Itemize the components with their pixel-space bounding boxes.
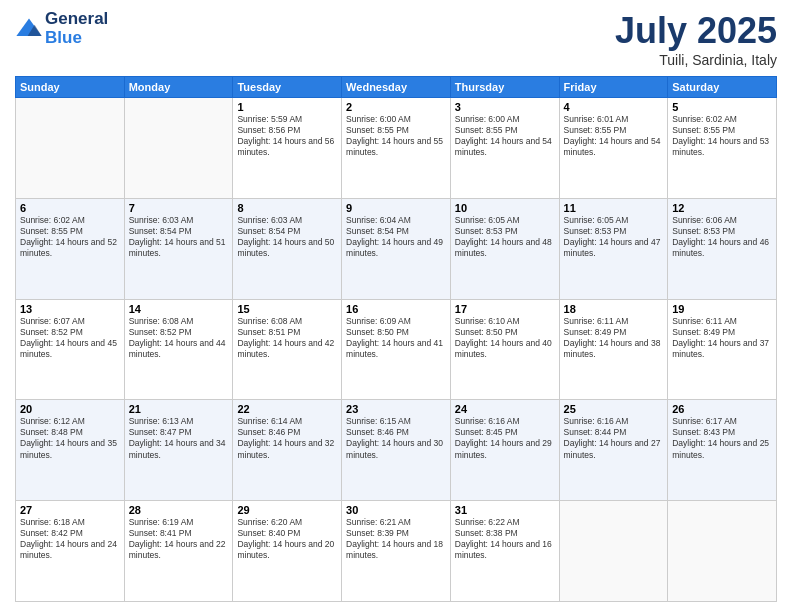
- calendar-header-row: SundayMondayTuesdayWednesdayThursdayFrid…: [16, 77, 777, 98]
- day-number: 20: [20, 403, 120, 415]
- calendar-cell: 4Sunrise: 6:01 AMSunset: 8:55 PMDaylight…: [559, 98, 668, 199]
- day-number: 15: [237, 303, 337, 315]
- calendar-header-sunday: Sunday: [16, 77, 125, 98]
- calendar-cell: 8Sunrise: 6:03 AMSunset: 8:54 PMDaylight…: [233, 198, 342, 299]
- cell-info: Sunrise: 6:02 AMSunset: 8:55 PMDaylight:…: [20, 215, 120, 259]
- day-number: 5: [672, 101, 772, 113]
- calendar-cell: 5Sunrise: 6:02 AMSunset: 8:55 PMDaylight…: [668, 98, 777, 199]
- day-number: 13: [20, 303, 120, 315]
- day-number: 24: [455, 403, 555, 415]
- day-number: 1: [237, 101, 337, 113]
- cell-info: Sunrise: 6:04 AMSunset: 8:54 PMDaylight:…: [346, 215, 446, 259]
- day-number: 10: [455, 202, 555, 214]
- calendar-cell: 19Sunrise: 6:11 AMSunset: 8:49 PMDayligh…: [668, 299, 777, 400]
- cell-info: Sunrise: 6:03 AMSunset: 8:54 PMDaylight:…: [237, 215, 337, 259]
- day-number: 31: [455, 504, 555, 516]
- page: General Blue July 2025 Tuili, Sardinia, …: [0, 0, 792, 612]
- cell-info: Sunrise: 6:10 AMSunset: 8:50 PMDaylight:…: [455, 316, 555, 360]
- cell-info: Sunrise: 6:11 AMSunset: 8:49 PMDaylight:…: [564, 316, 664, 360]
- calendar-cell: 28Sunrise: 6:19 AMSunset: 8:41 PMDayligh…: [124, 501, 233, 602]
- calendar-cell: 9Sunrise: 6:04 AMSunset: 8:54 PMDaylight…: [342, 198, 451, 299]
- day-number: 16: [346, 303, 446, 315]
- calendar-cell: 23Sunrise: 6:15 AMSunset: 8:46 PMDayligh…: [342, 400, 451, 501]
- calendar-week-row: 27Sunrise: 6:18 AMSunset: 8:42 PMDayligh…: [16, 501, 777, 602]
- cell-info: Sunrise: 6:12 AMSunset: 8:48 PMDaylight:…: [20, 416, 120, 460]
- calendar-cell: 7Sunrise: 6:03 AMSunset: 8:54 PMDaylight…: [124, 198, 233, 299]
- day-number: 26: [672, 403, 772, 415]
- calendar-cell: 12Sunrise: 6:06 AMSunset: 8:53 PMDayligh…: [668, 198, 777, 299]
- cell-info: Sunrise: 6:01 AMSunset: 8:55 PMDaylight:…: [564, 114, 664, 158]
- location: Tuili, Sardinia, Italy: [615, 52, 777, 68]
- title-block: July 2025 Tuili, Sardinia, Italy: [615, 10, 777, 68]
- day-number: 6: [20, 202, 120, 214]
- calendar-header-thursday: Thursday: [450, 77, 559, 98]
- calendar-cell: 1Sunrise: 5:59 AMSunset: 8:56 PMDaylight…: [233, 98, 342, 199]
- day-number: 18: [564, 303, 664, 315]
- cell-info: Sunrise: 6:22 AMSunset: 8:38 PMDaylight:…: [455, 517, 555, 561]
- cell-info: Sunrise: 5:59 AMSunset: 8:56 PMDaylight:…: [237, 114, 337, 158]
- calendar-cell: 3Sunrise: 6:00 AMSunset: 8:55 PMDaylight…: [450, 98, 559, 199]
- cell-info: Sunrise: 6:16 AMSunset: 8:44 PMDaylight:…: [564, 416, 664, 460]
- calendar-cell: [16, 98, 125, 199]
- day-number: 9: [346, 202, 446, 214]
- cell-info: Sunrise: 6:02 AMSunset: 8:55 PMDaylight:…: [672, 114, 772, 158]
- logo-text: General Blue: [45, 10, 108, 47]
- cell-info: Sunrise: 6:14 AMSunset: 8:46 PMDaylight:…: [237, 416, 337, 460]
- day-number: 3: [455, 101, 555, 113]
- day-number: 22: [237, 403, 337, 415]
- logo: General Blue: [15, 10, 108, 47]
- cell-info: Sunrise: 6:05 AMSunset: 8:53 PMDaylight:…: [455, 215, 555, 259]
- cell-info: Sunrise: 6:05 AMSunset: 8:53 PMDaylight:…: [564, 215, 664, 259]
- day-number: 25: [564, 403, 664, 415]
- calendar-cell: 11Sunrise: 6:05 AMSunset: 8:53 PMDayligh…: [559, 198, 668, 299]
- calendar-week-row: 13Sunrise: 6:07 AMSunset: 8:52 PMDayligh…: [16, 299, 777, 400]
- calendar-cell: 20Sunrise: 6:12 AMSunset: 8:48 PMDayligh…: [16, 400, 125, 501]
- cell-info: Sunrise: 6:15 AMSunset: 8:46 PMDaylight:…: [346, 416, 446, 460]
- calendar-cell: [124, 98, 233, 199]
- calendar-header-friday: Friday: [559, 77, 668, 98]
- day-number: 23: [346, 403, 446, 415]
- calendar-cell: 24Sunrise: 6:16 AMSunset: 8:45 PMDayligh…: [450, 400, 559, 501]
- calendar-cell: 17Sunrise: 6:10 AMSunset: 8:50 PMDayligh…: [450, 299, 559, 400]
- cell-info: Sunrise: 6:21 AMSunset: 8:39 PMDaylight:…: [346, 517, 446, 561]
- day-number: 8: [237, 202, 337, 214]
- month-title: July 2025: [615, 10, 777, 52]
- day-number: 11: [564, 202, 664, 214]
- calendar-cell: 13Sunrise: 6:07 AMSunset: 8:52 PMDayligh…: [16, 299, 125, 400]
- cell-info: Sunrise: 6:13 AMSunset: 8:47 PMDaylight:…: [129, 416, 229, 460]
- calendar-cell: 30Sunrise: 6:21 AMSunset: 8:39 PMDayligh…: [342, 501, 451, 602]
- calendar-cell: 10Sunrise: 6:05 AMSunset: 8:53 PMDayligh…: [450, 198, 559, 299]
- cell-info: Sunrise: 6:17 AMSunset: 8:43 PMDaylight:…: [672, 416, 772, 460]
- day-number: 28: [129, 504, 229, 516]
- calendar-cell: 14Sunrise: 6:08 AMSunset: 8:52 PMDayligh…: [124, 299, 233, 400]
- day-number: 17: [455, 303, 555, 315]
- calendar-cell: 21Sunrise: 6:13 AMSunset: 8:47 PMDayligh…: [124, 400, 233, 501]
- calendar-cell: 2Sunrise: 6:00 AMSunset: 8:55 PMDaylight…: [342, 98, 451, 199]
- calendar-cell: 26Sunrise: 6:17 AMSunset: 8:43 PMDayligh…: [668, 400, 777, 501]
- cell-info: Sunrise: 6:19 AMSunset: 8:41 PMDaylight:…: [129, 517, 229, 561]
- day-number: 30: [346, 504, 446, 516]
- cell-info: Sunrise: 6:06 AMSunset: 8:53 PMDaylight:…: [672, 215, 772, 259]
- day-number: 2: [346, 101, 446, 113]
- calendar-cell: 29Sunrise: 6:20 AMSunset: 8:40 PMDayligh…: [233, 501, 342, 602]
- calendar-cell: 18Sunrise: 6:11 AMSunset: 8:49 PMDayligh…: [559, 299, 668, 400]
- day-number: 21: [129, 403, 229, 415]
- logo-icon: [15, 15, 43, 43]
- calendar-header-saturday: Saturday: [668, 77, 777, 98]
- day-number: 27: [20, 504, 120, 516]
- day-number: 29: [237, 504, 337, 516]
- cell-info: Sunrise: 6:00 AMSunset: 8:55 PMDaylight:…: [455, 114, 555, 158]
- cell-info: Sunrise: 6:08 AMSunset: 8:51 PMDaylight:…: [237, 316, 337, 360]
- cell-info: Sunrise: 6:20 AMSunset: 8:40 PMDaylight:…: [237, 517, 337, 561]
- cell-info: Sunrise: 6:08 AMSunset: 8:52 PMDaylight:…: [129, 316, 229, 360]
- day-number: 12: [672, 202, 772, 214]
- calendar-table: SundayMondayTuesdayWednesdayThursdayFrid…: [15, 76, 777, 602]
- calendar-cell: 15Sunrise: 6:08 AMSunset: 8:51 PMDayligh…: [233, 299, 342, 400]
- header: General Blue July 2025 Tuili, Sardinia, …: [15, 10, 777, 68]
- calendar-week-row: 20Sunrise: 6:12 AMSunset: 8:48 PMDayligh…: [16, 400, 777, 501]
- calendar-cell: [668, 501, 777, 602]
- cell-info: Sunrise: 6:09 AMSunset: 8:50 PMDaylight:…: [346, 316, 446, 360]
- calendar-cell: 22Sunrise: 6:14 AMSunset: 8:46 PMDayligh…: [233, 400, 342, 501]
- calendar-week-row: 1Sunrise: 5:59 AMSunset: 8:56 PMDaylight…: [16, 98, 777, 199]
- cell-info: Sunrise: 6:18 AMSunset: 8:42 PMDaylight:…: [20, 517, 120, 561]
